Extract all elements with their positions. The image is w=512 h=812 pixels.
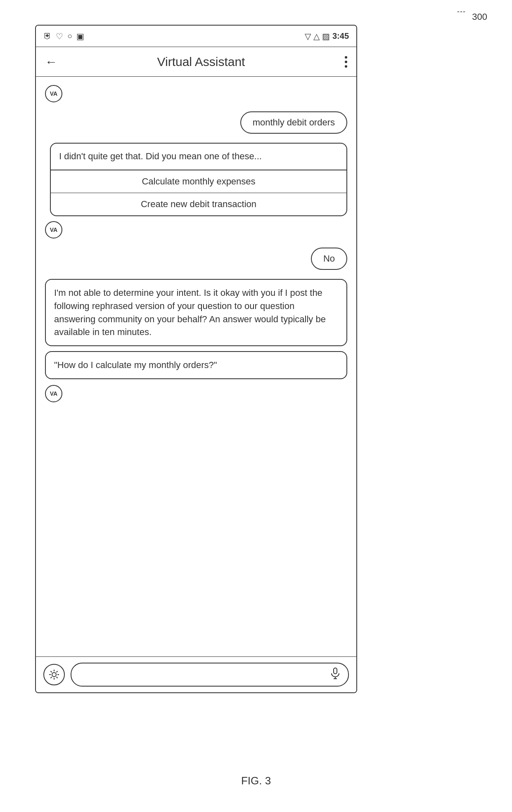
- status-bar: ⛨ ♡ ○ ▣ ▽ △ ▨ 3:45: [36, 26, 356, 47]
- svg-rect-9: [334, 668, 337, 674]
- va-msg-with-suggestions: I didn't quite get that. Did you mean on…: [45, 143, 347, 216]
- signal-icon: ▽: [305, 31, 311, 41]
- settings-button[interactable]: [43, 664, 65, 685]
- svg-line-8: [57, 671, 58, 673]
- chat-area: VA monthly debit orders I didn't quite g…: [36, 77, 356, 657]
- mic-icon[interactable]: [331, 668, 340, 682]
- circle-icon: ○: [67, 31, 72, 41]
- msg-row-user-no: No: [45, 248, 347, 270]
- va-avatar-row-1: VA: [45, 85, 347, 102]
- menu-button[interactable]: [345, 56, 347, 68]
- fig-label: FIG. 3: [241, 774, 271, 787]
- page-container: - - - 300 ⛨ ♡ ○ ▣ ▽ △ ▨ 3:45 ← Virtual A…: [0, 0, 512, 812]
- heart-icon: ♡: [56, 31, 63, 41]
- va-avatar-row-3: VA: [45, 385, 347, 402]
- va-avatar-1: VA: [45, 85, 62, 102]
- suggestion-create-debit[interactable]: Create new debit transaction: [51, 193, 346, 215]
- va-avatar-row-2: VA: [45, 221, 347, 238]
- bubble-va-suggestions: I didn't quite get that. Did you mean on…: [50, 143, 347, 216]
- battery-icon: ▨: [322, 31, 330, 41]
- shield-icon: ⛨: [43, 31, 52, 41]
- svg-line-5: [51, 671, 52, 673]
- ref-arrow: - - -: [457, 7, 465, 16]
- bubble-va-intent: I'm not able to determine your intent. I…: [45, 279, 347, 347]
- bars-icon: △: [313, 31, 320, 41]
- menu-dot-1: [345, 56, 347, 59]
- back-button[interactable]: ←: [45, 55, 57, 69]
- menu-dot-3: [345, 65, 347, 68]
- bubble-user-no: No: [311, 248, 347, 270]
- svg-point-0: [52, 673, 56, 677]
- status-icons-right: ▽ △ ▨ 3:45: [305, 31, 349, 41]
- bubble-user-1: monthly debit orders: [240, 111, 347, 134]
- ref-number: 300: [472, 12, 487, 22]
- svg-line-7: [51, 677, 52, 678]
- input-bar: [36, 657, 356, 692]
- tablet-icon: ▣: [76, 31, 84, 41]
- header-title: Virtual Assistant: [157, 55, 245, 69]
- svg-line-6: [57, 677, 58, 678]
- va-avatar-2: VA: [45, 221, 62, 238]
- menu-dot-2: [345, 61, 347, 63]
- va-avatar-3: VA: [45, 385, 62, 402]
- status-icons-left: ⛨ ♡ ○ ▣: [43, 31, 84, 41]
- va-long-msg-row: I'm not able to determine your intent. I…: [45, 279, 347, 379]
- va-clarification-text: I didn't quite get that. Did you mean on…: [51, 144, 346, 170]
- suggestion-calculate[interactable]: Calculate monthly expenses: [51, 170, 346, 193]
- status-time: 3:45: [332, 31, 349, 41]
- msg-row-user-1: monthly debit orders: [45, 111, 347, 134]
- app-header: ← Virtual Assistant: [36, 47, 356, 77]
- chat-input-field[interactable]: [71, 663, 349, 687]
- bubble-va-followup: "How do I calculate my monthly orders?": [45, 351, 347, 379]
- phone-frame: ⛨ ♡ ○ ▣ ▽ △ ▨ 3:45 ← Virtual Assistant: [35, 25, 357, 693]
